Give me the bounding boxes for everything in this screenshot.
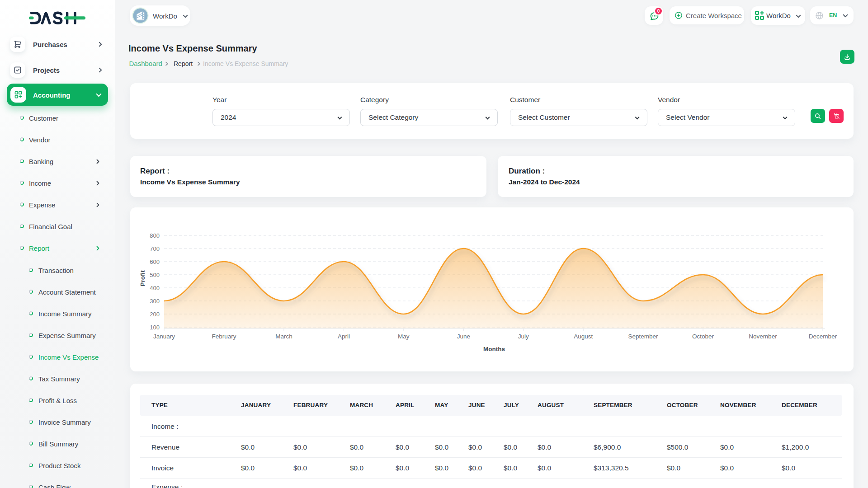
svg-text:800: 800 xyxy=(150,232,160,239)
svg-text:700: 700 xyxy=(150,245,160,252)
svg-text:May: May xyxy=(398,333,410,340)
svg-text:July: July xyxy=(518,333,529,340)
svg-text:200: 200 xyxy=(150,311,160,318)
svg-text:June: June xyxy=(457,333,470,340)
svg-text:Profit: Profit xyxy=(139,270,146,286)
svg-text:300: 300 xyxy=(150,298,160,305)
svg-text:400: 400 xyxy=(150,285,160,291)
svg-text:August: August xyxy=(574,333,593,340)
svg-text:500: 500 xyxy=(150,272,160,278)
svg-text:October: October xyxy=(692,333,714,340)
svg-text:February: February xyxy=(212,333,236,340)
svg-text:January: January xyxy=(153,333,175,340)
svg-text:September: September xyxy=(628,333,659,340)
svg-text:April: April xyxy=(338,333,350,340)
svg-text:December: December xyxy=(809,333,837,340)
svg-text:November: November xyxy=(749,333,777,340)
svg-text:100: 100 xyxy=(150,324,160,331)
svg-text:Months: Months xyxy=(483,346,505,352)
svg-text:600: 600 xyxy=(150,258,160,265)
svg-text:March: March xyxy=(275,333,292,340)
